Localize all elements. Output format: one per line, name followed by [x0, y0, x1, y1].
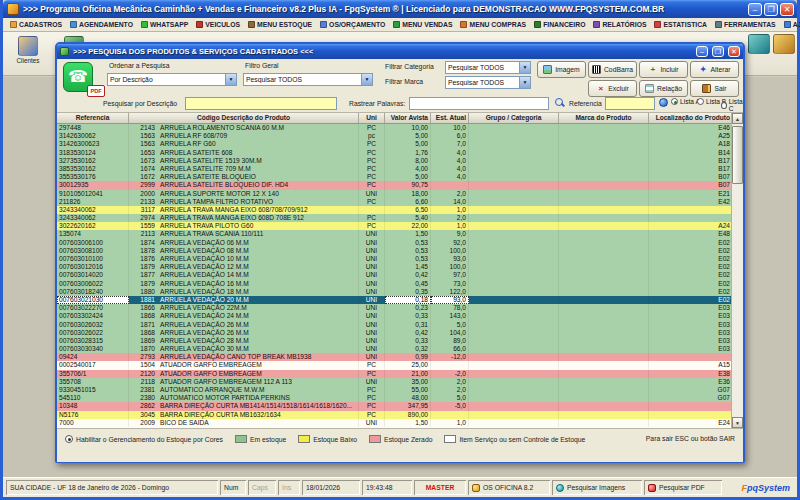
column-header[interactable]: Código Descrição do Produto [129, 113, 359, 123]
table-row[interactable]: 31426300621563ARRUELA RF 608/709pc5,006,… [57, 132, 743, 140]
table-row[interactable]: 35535301761672ARRUELA SATEITE BLOQUEIOPC… [57, 173, 743, 181]
menu-item-whatsapp[interactable]: WHATSAPP [138, 21, 191, 28]
table-row[interactable]: 0076030182401880ARRUELA VEDAÇÃO 18 M.MUN… [57, 288, 743, 296]
menu-item-menu-estoque[interactable]: MENU ESTOQUE [245, 21, 315, 28]
table-row[interactable]: 0076030260221868ARRUELA VEDAÇÃO 26 M.MUN… [57, 329, 743, 337]
table-row[interactable]: 0076030283151869ARRUELA VEDAÇÃO 28 M.MUN… [57, 337, 743, 345]
table-row[interactable]: 2118262133ARRUELA TAMPA FILTRO ROTATIVOP… [57, 198, 743, 206]
dialog-minimize-button[interactable]: – [696, 46, 708, 57]
table-row[interactable]: 094242793ARRUELA VEDAÇÃO CANO TOP BREAK … [57, 353, 743, 361]
table-row[interactable]: 0076033024241868ARRUELA VEDAÇÃO 24 M.MUN… [57, 312, 743, 320]
menu-item-os-or-amento[interactable]: OS/ORÇAMENTO [317, 21, 388, 28]
column-header[interactable]: Est. Atual [431, 113, 469, 123]
menu-item-menu-compras[interactable]: MENU COMPRAS [457, 21, 529, 28]
referencia-input[interactable] [605, 97, 655, 110]
ordenar-dropdown[interactable]: Por Descrição ▼ [107, 73, 237, 86]
cell-ref: 0002540017 [57, 361, 129, 369]
toolbar-icon[interactable] [748, 34, 770, 54]
table-row[interactable]: 2974482143ARRUELA ROLAMENTO SCANIA 60 M.… [57, 124, 743, 132]
menu-item-relat-rios[interactable]: RELATÓRIOS [590, 21, 649, 28]
categoria-dropdown[interactable]: Pesquisar TODOS ▼ [445, 61, 531, 74]
table-row[interactable]: 0076030210301881ARRUELA VEDAÇÃO 20 M.MUN… [57, 296, 743, 304]
cell-loc: E03 [649, 321, 733, 329]
client-area: >>> PESQUISA DOS PRODUTOS & SERVIÇOS CAD… [3, 77, 797, 477]
menu-item-ferramentas[interactable]: FERRAMENTAS [712, 21, 779, 28]
lista-c-radio[interactable]: Lista C [721, 98, 744, 112]
scroll-down-icon[interactable]: ▼ [732, 417, 743, 428]
table-row[interactable]: 0076030303401870ARRUELA VEDAÇÃO 30 M.MUN… [57, 345, 743, 353]
toolbar-item-clientes[interactable]: Clientes [5, 34, 51, 74]
table-row[interactable]: 300129352999ARRUELA SATELITE BLOQUEIO DI… [57, 181, 743, 189]
maximize-button[interactable]: ❐ [764, 3, 778, 16]
table-row[interactable]: 32433400623117ARRUELA TRAVA MANGA EIXO 6… [57, 206, 743, 214]
toolbar-icon[interactable] [773, 34, 795, 54]
incluir-button[interactable]: + Incluir [639, 61, 688, 78]
menu-item-estatistica[interactable]: ESTATISTICA [651, 21, 710, 28]
table-row[interactable]: 3557082118ATUADOR GARFO EMBREAGEM 112 A … [57, 378, 743, 386]
stock-color-toggle[interactable]: Habilitar o Gerenciamento do Estoque por… [65, 435, 223, 443]
rastrear-input[interactable] [409, 97, 549, 110]
table-row[interactable]: 355706/12120ATUADOR GARFO EMBREAGEMPC21,… [57, 370, 743, 378]
menu-item-ajuda[interactable]: AJUDA [781, 21, 800, 28]
relacao-button[interactable]: Relação [639, 80, 688, 97]
table-row[interactable]: 9101050120412000ARRUELA SUPORTE MOTOR 12… [57, 190, 743, 198]
column-header[interactable]: Referencia [57, 113, 129, 123]
imagem-button[interactable]: Imagem [537, 61, 586, 78]
search-images-button[interactable]: Pesquisar Imagens [552, 480, 642, 495]
table-row[interactable]: 0076030120161879ARRUELA VEDAÇÃO 12 M.MUN… [57, 263, 743, 271]
marca-dropdown[interactable]: Pesquisar TODOS ▼ [445, 76, 531, 89]
table-row[interactable]: 0076030222701866ARRUELA VEDAÇÃO 22M.MUNI… [57, 304, 743, 312]
table-row[interactable]: 0076030081001878ARRUELA VEDAÇÃO 08 M.MUN… [57, 247, 743, 255]
table-row[interactable]: 32433400622974ARRUELA TRAVA MANGA EIXO 6… [57, 214, 743, 222]
table-row[interactable]: 93304510152381AUTOMATICO ARRANQUE M.W.MP… [57, 386, 743, 394]
cell-uni: PC [359, 149, 385, 157]
table-row[interactable]: N51763045BARRA DIREÇÃO CURTA MB1632/1634… [57, 411, 743, 419]
table-row[interactable]: 5451102380AUTOMATICO MOTOR PARTIDA PERKI… [57, 394, 743, 402]
menu-item-agendamento[interactable]: AGENDAMENTO [67, 21, 136, 28]
sair-button[interactable]: Sair [690, 80, 739, 97]
table-row[interactable]: 0076030060221879ARRUELA VEDAÇÃO 16 M.MUN… [57, 280, 743, 288]
close-button[interactable]: ✕ [780, 3, 794, 16]
document-icon [320, 21, 327, 28]
table-row[interactable]: 1350742113ARRUELA TRAVA SCANIA 110/111UN… [57, 230, 743, 238]
menu-item-financeiro[interactable]: FINANCEIRO [531, 21, 588, 28]
table-row[interactable]: 31835301241653ARRUELA SATEITE 608PC1,764… [57, 149, 743, 157]
search-pdf-button[interactable]: Pesquisar PDF [644, 480, 722, 495]
column-header[interactable]: Valor Avista [385, 113, 431, 123]
pesquisar-descricao-input[interactable] [185, 97, 337, 110]
menu-item-cadastros[interactable]: CADASTROS [7, 21, 65, 28]
column-header[interactable]: Marca do Produto [559, 113, 649, 123]
scroll-thumb[interactable] [732, 126, 743, 184]
table-row[interactable]: 0076030260321871ARRUELA VEDAÇÃO 26 M.MUN… [57, 321, 743, 329]
minimize-button[interactable]: – [748, 3, 762, 16]
alterar-button[interactable]: ✦ Alterar [690, 61, 739, 78]
dialog-maximize-button[interactable]: ❐ [712, 46, 724, 57]
table-row[interactable]: 32735301621673ARRUELA SATELITE 1519 30M.… [57, 157, 743, 165]
table-row[interactable]: 314263006231563ARRUELA RF G60PC5,007,0A1… [57, 140, 743, 148]
vertical-scrollbar[interactable]: ▲ ▼ [731, 113, 743, 428]
table-row[interactable]: 0076030061001874ARRUELA VEDAÇÃO 06 M.MUN… [57, 239, 743, 247]
cell-est: 2,0 [431, 214, 469, 222]
menu-item-veiculos[interactable]: VEICULOS [193, 21, 243, 28]
table-row[interactable]: 38535301621674ARRUELA SATELITE 709 M.MPC… [57, 165, 743, 173]
column-header[interactable]: Uni [359, 113, 385, 123]
radio-icon [671, 98, 678, 105]
dialog-close-button[interactable]: ✕ [728, 46, 740, 57]
table-row[interactable]: 70002009BICO DE SAIDAUNI1,501,0E24 [57, 419, 743, 427]
excluir-button[interactable]: × Excluir [588, 80, 637, 97]
cell-val: 6,60 [385, 198, 431, 206]
table-row[interactable]: 00025400171504ATUADOR GARFO EMBREAGEMPC2… [57, 361, 743, 369]
cell-gru [469, 312, 559, 320]
codbarra-button[interactable]: CodBarra [588, 61, 637, 78]
table-row[interactable]: 0076030101001876ARRUELA VEDAÇÃO 10 M.MUN… [57, 255, 743, 263]
column-header[interactable]: Localização do Produto [649, 113, 733, 123]
table-row[interactable]: 103482862BARRA DIREÇÃO CURTA MB1414/1514… [57, 402, 743, 410]
menu-item-menu-vendas[interactable]: MENU VENDAS [390, 21, 455, 28]
table-row[interactable]: 0076030140201877ARRUELA VEDAÇÃO 14 M.MUN… [57, 271, 743, 279]
pdf-icon[interactable]: PDF [87, 85, 105, 97]
lista-a-radio[interactable]: Lista A [671, 98, 700, 105]
column-header[interactable]: Grupo / Categoria [469, 113, 559, 123]
filtro-geral-dropdown[interactable]: Pesquisar TODOS ▼ [243, 73, 373, 86]
table-row[interactable]: 30226201621559ARRUELA TRAVA PILOTO G60PC… [57, 222, 743, 230]
scroll-up-icon[interactable]: ▲ [732, 113, 743, 124]
